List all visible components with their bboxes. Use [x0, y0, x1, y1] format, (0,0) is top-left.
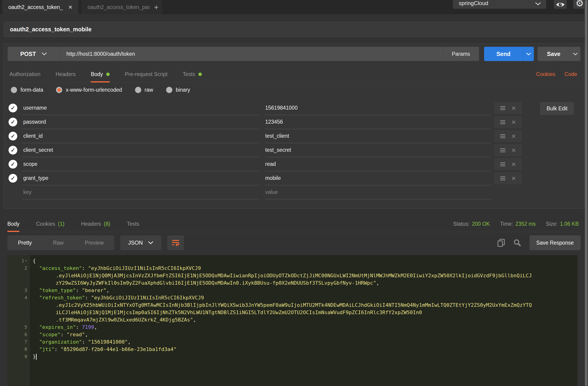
- drag-handle-icon[interactable]: [500, 148, 505, 152]
- radio-binary[interactable]: binary: [166, 87, 190, 93]
- response-tab-tests[interactable]: Tests: [127, 216, 139, 232]
- param-row: keyvalue: [4, 185, 584, 200]
- radio-form-data[interactable]: form-data: [11, 87, 43, 93]
- token: :: [54, 346, 61, 352]
- param-value-input[interactable]: mobile: [265, 171, 491, 185]
- radio-selected-icon: [56, 87, 62, 93]
- param-key-input[interactable]: scope: [22, 157, 259, 171]
- line-number-text: 6: [24, 332, 27, 337]
- request-tab-inactive[interactable]: oauth2_access_token_passw: [82, 0, 150, 14]
- request-tab-label: oauth2_access_token_: [8, 4, 63, 10]
- delete-row-icon[interactable]: ×: [511, 104, 516, 112]
- drag-handle-icon[interactable]: [500, 162, 505, 166]
- save-button[interactable]: Save: [538, 47, 570, 61]
- param-key-input[interactable]: client_secret: [22, 143, 259, 157]
- param-checkbox[interactable]: ✓: [9, 160, 17, 169]
- delete-row-icon[interactable]: ×: [511, 118, 516, 126]
- view-preview[interactable]: Preview: [74, 240, 114, 246]
- param-checkbox[interactable]: ✓: [9, 132, 17, 141]
- drag-handle-icon[interactable]: [500, 106, 505, 110]
- environment-select[interactable]: springCloud: [453, 0, 546, 9]
- view-raw[interactable]: Raw: [42, 240, 74, 246]
- delete-row-icon[interactable]: ×: [511, 146, 516, 154]
- drag-handle-icon[interactable]: [500, 176, 505, 180]
- line-number-text: 3: [24, 287, 27, 293]
- bulk-edit-button[interactable]: Bulk Edit: [540, 102, 574, 115]
- url-bar: POST http://host1:8000/oauth/token Param…: [8, 47, 580, 61]
- drag-handle-icon[interactable]: [500, 120, 505, 124]
- code-line: 3"token_type": "bearer",: [7, 286, 577, 294]
- delete-row-icon[interactable]: ×: [511, 175, 516, 182]
- param-value-input[interactable]: value: [265, 185, 491, 200]
- scrollbar[interactable]: [584, 0, 588, 386]
- method-select[interactable]: POST: [8, 47, 60, 61]
- copy-icon[interactable]: [497, 239, 505, 247]
- param-value-input[interactable]: read: [265, 157, 491, 171]
- request-tab-active[interactable]: oauth2_access_token_ ×: [2, 0, 78, 14]
- param-checkbox[interactable]: ✓: [9, 146, 17, 155]
- code-text: .tf3MRmqavA7mjZXl9w0ZkLxed6UZkrkZ_4KDjg5…: [29, 317, 577, 323]
- tab-tests[interactable]: Tests: [183, 66, 202, 82]
- param-row: ✓password123456×: [4, 115, 584, 129]
- response-tab-body[interactable]: Body: [7, 216, 19, 232]
- fold-arrow-icon[interactable]: ▾: [25, 259, 27, 263]
- response-tab-cookies[interactable]: Cookies (1): [36, 216, 64, 232]
- response-tab-headers[interactable]: Headers (8): [81, 216, 110, 232]
- param-key-input[interactable]: username: [22, 101, 259, 115]
- response-section-tabs: Body Cookies (1) Headers (8) Tests Statu…: [7, 216, 581, 232]
- delete-row-icon[interactable]: ×: [511, 132, 516, 140]
- line-number: 6: [7, 332, 29, 337]
- gear-icon: ⚙: [576, 0, 584, 8]
- code-text: {: [29, 258, 577, 264]
- param-value-input[interactable]: test_client: [265, 129, 491, 143]
- param-row-actions: ×: [494, 172, 522, 184]
- param-value-input[interactable]: 15619841000: [265, 101, 491, 115]
- save-response-button[interactable]: Save Response: [529, 235, 581, 250]
- line-number: 8: [7, 346, 29, 352]
- line-number-text: 2: [24, 265, 27, 271]
- response-viewer-toolbar: Pretty Raw Preview JSON: [7, 235, 581, 250]
- param-key-input[interactable]: key: [22, 185, 259, 200]
- token: .tf3MRmqavA7mjZXl9w0ZkLxed6UZkrkZ_4KDjg5…: [56, 317, 193, 323]
- environment-preview-button[interactable]: [554, 0, 567, 9]
- token: ,: [106, 287, 109, 293]
- cookies-link[interactable]: Cookies: [536, 71, 555, 77]
- save-options-button[interactable]: [570, 47, 580, 61]
- url-input[interactable]: http://host1:8000/oauth/token: [60, 47, 443, 61]
- tab-body[interactable]: Body: [91, 66, 109, 82]
- view-pretty[interactable]: Pretty: [7, 240, 42, 246]
- param-checkbox[interactable]: ✓: [9, 174, 17, 183]
- drag-handle-icon[interactable]: [500, 134, 505, 138]
- param-key-input[interactable]: password: [22, 115, 259, 129]
- param-checkbox[interactable]: ✓: [9, 104, 17, 112]
- param-key-input[interactable]: grant_type: [22, 171, 259, 185]
- delete-row-icon[interactable]: ×: [511, 161, 516, 168]
- wrap-lines-button[interactable]: [167, 235, 184, 250]
- response-body-viewer[interactable]: 1▾{2"access_token": "eyJhbGciOiJIUzI1NiI…: [7, 255, 577, 386]
- language-select[interactable]: JSON: [120, 235, 161, 250]
- params-button[interactable]: Params: [443, 47, 479, 61]
- param-value-input[interactable]: 123456: [265, 115, 491, 129]
- chevron-down-icon: [535, 1, 541, 5]
- line-number-text: 4: [24, 295, 27, 300]
- token: {: [33, 258, 36, 264]
- tab-headers[interactable]: Headers: [56, 66, 76, 82]
- param-key-input[interactable]: client_id: [22, 129, 259, 143]
- send-button[interactable]: Send: [484, 47, 523, 61]
- request-title: oauth2_access_token_mobile: [10, 26, 91, 33]
- code-link[interactable]: Code: [565, 71, 577, 77]
- scrollbar-thumb[interactable]: [585, 0, 587, 386]
- tab-pre-request-script[interactable]: Pre-request Script: [125, 66, 168, 82]
- radio-raw[interactable]: raw: [135, 87, 153, 93]
- close-icon[interactable]: ×: [68, 4, 73, 11]
- headers-count: (8): [104, 221, 110, 227]
- tab-authorization[interactable]: Authorization: [9, 66, 40, 82]
- param-value-input[interactable]: test_secret: [265, 143, 491, 157]
- radio-x-www-form-urlencoded[interactable]: x-www-form-urlencoded: [56, 87, 122, 93]
- send-options-button[interactable]: [523, 47, 534, 61]
- new-tab-button[interactable]: +: [150, 0, 162, 14]
- radio-icon: [166, 87, 172, 93]
- search-icon[interactable]: [513, 239, 521, 247]
- param-checkbox[interactable]: ✓: [9, 118, 17, 126]
- line-number: 5: [7, 324, 29, 330]
